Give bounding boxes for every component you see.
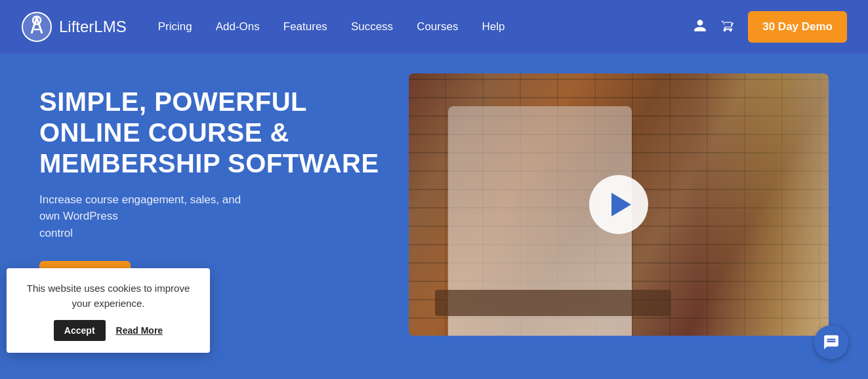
hero-subtitle: Increase course engagement, sales, and o…: [39, 191, 367, 242]
nav-links: Pricing Add-Ons Features Success Courses…: [158, 20, 693, 33]
hero-video[interactable]: [409, 73, 829, 336]
cookie-actions: Accept Read More: [21, 320, 196, 341]
chat-icon: [823, 334, 840, 351]
cookie-banner: This website uses cookies to improve you…: [7, 268, 210, 353]
cookie-message: This website uses cookies to improve you…: [21, 281, 196, 311]
read-more-link[interactable]: Read More: [116, 325, 163, 336]
nav-item-features[interactable]: Features: [283, 20, 327, 33]
chat-bubble[interactable]: [814, 325, 848, 359]
nav-item-addons[interactable]: Add-Ons: [216, 20, 260, 33]
play-button[interactable]: [589, 175, 648, 234]
nav-item-success[interactable]: Success: [351, 20, 393, 33]
nav-item-pricing[interactable]: Pricing: [158, 20, 192, 33]
accept-button[interactable]: Accept: [54, 320, 106, 341]
hero-title: SIMPLE, POWERFUL ONLINE COURSE & MEMBERS…: [39, 87, 394, 180]
demo-button[interactable]: 30 Day Demo: [748, 11, 847, 43]
nav-item-help[interactable]: Help: [482, 20, 505, 33]
logo-text: LifterLMS: [59, 18, 127, 36]
hero-section: SIMPLE, POWERFUL ONLINE COURSE & MEMBERS…: [0, 54, 868, 379]
window-lights: [697, 73, 829, 336]
logo-link[interactable]: LifterLMS: [21, 11, 127, 43]
logo-icon: [21, 11, 52, 43]
table: [435, 290, 671, 316]
user-icon[interactable]: [693, 18, 707, 35]
nav-item-courses[interactable]: Courses: [417, 20, 458, 33]
navbar: LifterLMS Pricing Add-Ons Features Succe…: [0, 0, 868, 54]
nav-icons: [693, 18, 735, 35]
cart-icon[interactable]: [720, 18, 735, 35]
